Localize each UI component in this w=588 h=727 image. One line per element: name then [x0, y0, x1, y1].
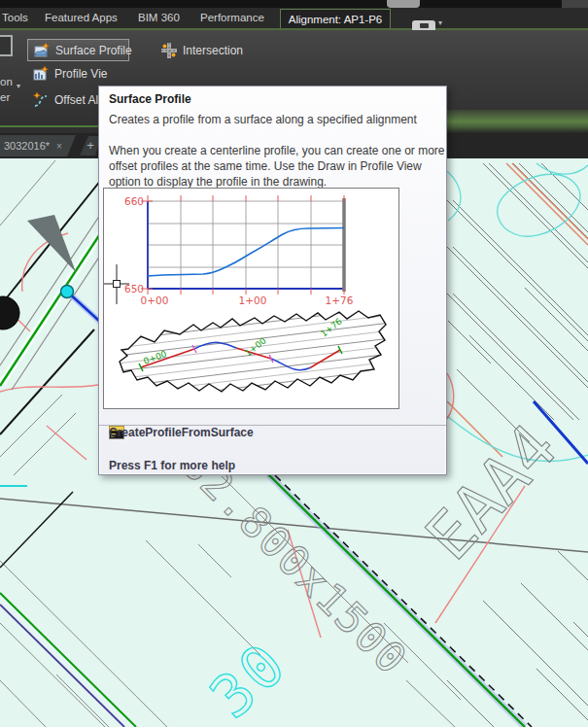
extended-tooltip: Surface Profile Creates a profile from a…	[98, 86, 447, 475]
elevation-label-low: 650	[124, 283, 144, 294]
contextual-panel-green-band	[439, 110, 588, 133]
surface-profile-icon	[34, 43, 50, 58]
offset-alignment-label: Offset Ali	[54, 93, 101, 107]
profile-view-icon	[33, 66, 49, 82]
tooltip-summary: Creates a profile from a surface along a…	[109, 113, 441, 126]
application-window: 82.800x1500 30 EAA4 Tools Featured Apps …	[0, 0, 588, 727]
clipped-button-icon	[0, 35, 13, 56]
crosshair-icon	[104, 264, 129, 304]
offset-alignment-icon	[33, 92, 49, 108]
tooltip-title: Surface Profile	[109, 92, 191, 106]
tooltip-body: When you create a centerline profile, yo…	[109, 143, 446, 190]
split-caret-icon[interactable]: ▾	[17, 82, 20, 90]
tooltip-help-text: Press F1 for more help	[109, 459, 235, 472]
plan-station-end: 1+76	[319, 316, 344, 338]
plan-view: 0+00 1+00 1+76	[118, 299, 391, 402]
ribbon-minimize-caret-icon[interactable]: ▾	[438, 18, 442, 27]
drawing-file-tab-label: 3032016*	[4, 140, 50, 152]
clipped-button-text: er	[0, 91, 10, 103]
plan-station-start: 0+00	[142, 349, 168, 366]
title-strip	[0, 0, 588, 8]
tab-tools[interactable]: Tools	[2, 8, 28, 28]
intersection-label: Intersection	[183, 44, 243, 57]
tab-featured-apps[interactable]: Featured Apps	[45, 8, 118, 28]
surface-profile-label: Surface Profile	[55, 44, 132, 57]
tab-bim-360[interactable]: BIM 360	[138, 8, 180, 28]
profile-chart: 660 650 0+00 1+00 1+76	[104, 195, 354, 306]
clipped-button-text: on	[0, 76, 13, 87]
grip-point[interactable]	[61, 286, 74, 298]
tab-performance[interactable]: Performance	[200, 8, 264, 28]
profile-view-label: Profile Vie	[54, 67, 107, 81]
profile-illustration-svg: 660 650 0+00 1+00 1+76	[104, 189, 398, 408]
elevation-label-high: 660	[124, 195, 144, 207]
offset-alignment-button[interactable]: Offset Ali	[27, 88, 107, 111]
command-name: CreateProfileFromSurface	[109, 426, 254, 439]
quick-access-fragment	[387, 0, 420, 8]
ribbon-tab-bar: Tools Featured Apps BIM 360 Performance …	[0, 8, 588, 30]
plus-icon: +	[86, 138, 94, 153]
panel-green-edge	[0, 125, 98, 127]
close-icon[interactable]: ×	[56, 141, 62, 152]
drawing-file-tab[interactable]: 3032016* ×	[0, 135, 76, 156]
station-label-end: 1+76	[326, 294, 354, 306]
tab-alignment-contextual[interactable]: Alignment: AP1-P6	[280, 9, 391, 28]
station-label-mid: 1+00	[239, 294, 267, 306]
intersection-button[interactable]: Intersection	[156, 39, 249, 61]
station-label-start: 0+00	[141, 294, 169, 306]
surface-profile-button[interactable]: Surface Profile	[27, 39, 129, 61]
profile-view-button[interactable]: Profile Vie	[27, 62, 113, 85]
intersection-icon	[161, 43, 177, 58]
tooltip-illustration: 660 650 0+00 1+00 1+76	[103, 188, 399, 409]
